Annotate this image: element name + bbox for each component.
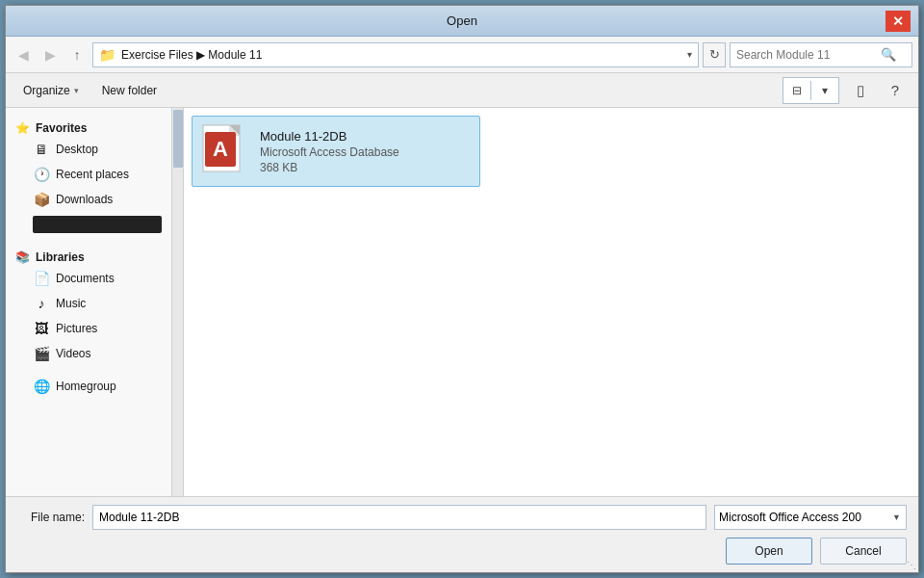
- panel-view-button[interactable]: ▯: [847, 77, 874, 104]
- folder-icon: 📁: [99, 47, 116, 63]
- pictures-icon: 🖼: [33, 320, 50, 337]
- open-button[interactable]: Open: [726, 538, 812, 565]
- filename-label: File name:: [17, 511, 85, 524]
- access-file-icon: A: [202, 124, 248, 178]
- help-button[interactable]: ?: [882, 77, 909, 104]
- sidebar-item-desktop[interactable]: 🖥 Desktop: [6, 137, 171, 162]
- back-button[interactable]: ◀: [12, 43, 35, 66]
- sidebar-item-videos[interactable]: 🎬 Videos: [6, 341, 171, 366]
- svg-text:A: A: [213, 137, 228, 161]
- sidebar-item-music[interactable]: ♪ Music: [6, 291, 171, 316]
- sidebar-scrollbar[interactable]: [171, 108, 183, 496]
- libraries-section: 📚 Libraries: [6, 245, 171, 266]
- sidebar-item-recent[interactable]: 🕐 Recent places: [6, 162, 171, 187]
- sidebar-item-documents[interactable]: 📄 Documents: [6, 266, 171, 291]
- file-meta: Module 11-2DB Microsoft Access Database …: [260, 129, 399, 174]
- address-dropdown-icon[interactable]: ▾: [687, 49, 692, 60]
- dialog-title: Open: [38, 13, 886, 28]
- sidebar-scroll-thumb: [173, 110, 183, 168]
- file-area[interactable]: A Module 11-2DB Microsoft Access Databas…: [184, 108, 918, 496]
- organize-dropdown-icon: ▾: [74, 86, 79, 95]
- bottom-bar: File name: Microsoft Office Access 200 O…: [6, 496, 918, 572]
- breadcrumb: Exercise Files ▶ Module 11: [121, 48, 681, 62]
- cancel-button[interactable]: Cancel: [820, 538, 907, 565]
- sidebar-item-downloads[interactable]: 📦 Downloads: [6, 187, 171, 212]
- file-icon-wrapper: A: [202, 124, 248, 178]
- view-toggle: ⊟ ▾: [783, 77, 839, 104]
- toolbar: Organize ▾ New folder ⊟ ▾ ▯ ?: [6, 73, 918, 108]
- filename-input[interactable]: [92, 505, 706, 530]
- sidebar: ⭐ Favorites 🖥 Desktop 🕐 Recent places 📦 …: [6, 108, 184, 496]
- sidebar-item-homegroup[interactable]: 🌐 Homegroup: [6, 374, 171, 399]
- panel-view-icon: ▯: [857, 82, 864, 99]
- resize-handle[interactable]: ⋱: [903, 557, 918, 572]
- recent-icon: 🕐: [33, 166, 50, 183]
- resize-dots-icon: ⋱: [907, 561, 916, 570]
- search-box: 🔍: [730, 42, 912, 67]
- filename-row: File name: Microsoft Office Access 200: [17, 505, 907, 530]
- homegroup-icon: 🌐: [33, 378, 50, 395]
- grid-view-icon: ⊟: [792, 84, 802, 97]
- address-input[interactable]: 📁 Exercise Files ▶ Module 11 ▾: [92, 42, 699, 67]
- buttons-row: Open Cancel: [17, 538, 907, 565]
- organize-button[interactable]: Organize ▾: [15, 77, 87, 104]
- view-dropdown-icon: ▾: [822, 84, 828, 97]
- refresh-button[interactable]: ↻: [703, 42, 726, 67]
- title-bar: Open ✕: [6, 6, 918, 37]
- close-button[interactable]: ✕: [886, 11, 911, 32]
- file-size: 368 KB: [260, 161, 399, 174]
- sidebar-divider-2: [6, 366, 171, 374]
- favorites-section: ⭐ Favorites: [6, 116, 171, 137]
- address-bar: ◀ ▶ ↑ 📁 Exercise Files ▶ Module 11 ▾ ↻ 🔍: [6, 37, 918, 73]
- favorites-icon: ⭐: [15, 121, 30, 135]
- file-item[interactable]: A Module 11-2DB Microsoft Access Databas…: [192, 116, 480, 187]
- help-icon: ?: [891, 82, 899, 98]
- documents-icon: 📄: [33, 270, 50, 287]
- videos-icon: 🎬: [33, 345, 50, 362]
- search-input[interactable]: [736, 48, 881, 62]
- search-icon: 🔍: [881, 47, 896, 62]
- content-area: ⭐ Favorites 🖥 Desktop 🕐 Recent places 📦 …: [6, 108, 918, 496]
- file-type: Microsoft Access Database: [260, 145, 399, 159]
- new-folder-button[interactable]: New folder: [94, 77, 165, 104]
- sidebar-divider-1: [6, 237, 171, 245]
- downloads-icon: 📦: [33, 191, 50, 208]
- music-icon: ♪: [33, 295, 50, 312]
- libraries-icon: 📚: [15, 250, 30, 264]
- filetype-wrap: Microsoft Office Access 200: [714, 505, 907, 530]
- view-dropdown-button[interactable]: ▾: [811, 77, 838, 104]
- sidebar-item-pictures[interactable]: 🖼 Pictures: [6, 316, 171, 341]
- file-name: Module 11-2DB: [260, 129, 399, 144]
- filetype-select[interactable]: Microsoft Office Access 200: [714, 505, 907, 530]
- sidebar-redacted-item: [33, 216, 162, 233]
- forward-button[interactable]: ▶: [38, 43, 62, 66]
- up-button[interactable]: ↑: [65, 43, 89, 66]
- grid-view-button[interactable]: ⊟: [783, 77, 810, 104]
- desktop-icon: 🖥: [33, 141, 50, 158]
